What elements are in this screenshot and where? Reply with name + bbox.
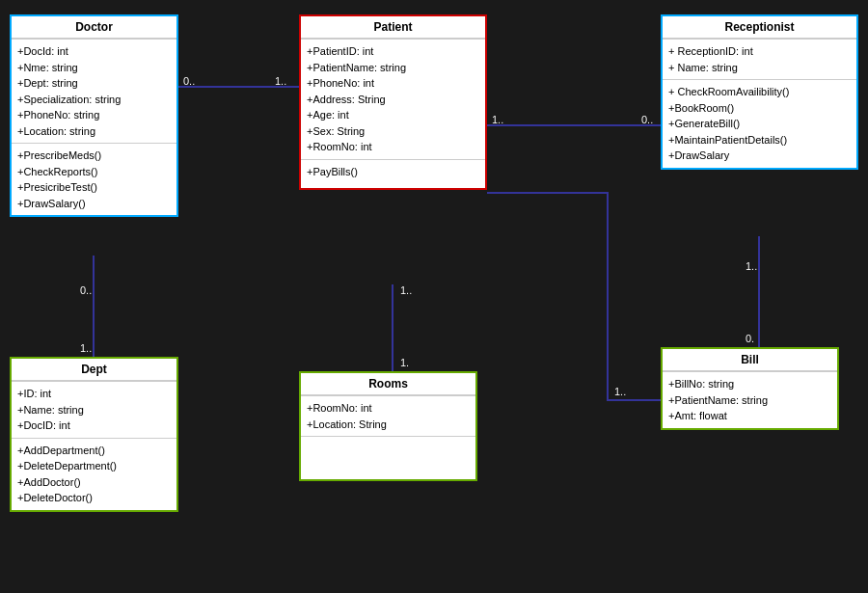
dept-title: Dept — [12, 359, 176, 381]
patient-title: Patient — [301, 16, 485, 39]
receptionist-attributes: + ReceptionID: int + Name: string — [663, 39, 856, 79]
rooms-attr-2: +Location: String — [307, 417, 470, 433]
receptionist-method-3: +GenerateBill() — [668, 116, 851, 132]
patient-class: Patient +PatientID: int +PatientName: st… — [299, 14, 487, 190]
patient-attr-7: +RoomNo: int — [307, 139, 479, 155]
label-recep-bill-rec: 1.. — [746, 260, 757, 272]
label-recep-bill-bill: 0. — [746, 333, 754, 344]
patient-methods: +PayBills() — [301, 159, 485, 188]
label-pat-recep-pat: 1.. — [492, 114, 503, 125]
patient-attr-2: +PatientName: string — [307, 60, 479, 76]
label-doc-patient-pat: 1.. — [275, 75, 286, 87]
patient-attr-6: +Sex: String — [307, 123, 479, 140]
label-pat-bill: 1.. — [614, 386, 626, 397]
doctor-class: Doctor +DocId: int +Nme: string +Dept: s… — [10, 14, 178, 217]
doctor-methods: +PrescribeMeds() +CheckReports() +Presic… — [12, 143, 176, 215]
patient-attr-3: +PhoneNo: int — [307, 75, 479, 92]
receptionist-method-2: +BookRoom() — [668, 100, 851, 117]
label-doc-dept-doc: 0.. — [80, 284, 92, 296]
diagram-canvas: 0.. 1.. 1.. 0.. 0.. 1.. 1.. 1. 1.. 0. 1.… — [0, 0, 868, 593]
dept-method-1: +AddDepartment() — [17, 443, 171, 459]
receptionist-method-5: +DrawSalary — [668, 148, 851, 164]
receptionist-title: Receptionist — [663, 16, 856, 39]
patient-attr-5: +Age: int — [307, 107, 479, 123]
doctor-attr-6: +Location: string — [17, 123, 171, 140]
dept-method-2: +DeleteDepartment() — [17, 458, 171, 474]
dept-attr-3: +DocID: int — [17, 418, 171, 434]
rooms-methods — [301, 436, 475, 479]
dept-attr-1: +ID: int — [17, 386, 171, 402]
rooms-attributes: +RoomNo: int +Location: String — [301, 395, 475, 436]
patient-method-1: +PayBills() — [307, 164, 479, 180]
doctor-title: Doctor — [12, 16, 176, 39]
doctor-method-2: +CheckReports() — [17, 164, 171, 180]
rooms-title: Rooms — [301, 373, 475, 395]
doctor-attr-2: +Nme: string — [17, 60, 171, 76]
doctor-method-4: +DrawSalary() — [17, 196, 171, 212]
patient-attr-1: +PatientID: int — [307, 43, 479, 60]
bill-attr-2: +PatientName: string — [668, 392, 831, 409]
doctor-method-1: +PrescribeMeds() — [17, 148, 171, 164]
label-doc-dept-dept: 1.. — [80, 342, 92, 354]
bill-attr-1: +BillNo: string — [668, 376, 831, 392]
bill-attr-3: +Amt: flowat — [668, 408, 831, 424]
doctor-method-3: +PresicribeTest() — [17, 179, 171, 196]
doctor-attr-1: +DocId: int — [17, 43, 171, 60]
label-doc-patient-doc: 0.. — [183, 75, 195, 87]
dept-attributes: +ID: int +Name: string +DocID: int — [12, 381, 176, 438]
dept-class: Dept +ID: int +Name: string +DocID: int … — [10, 357, 178, 512]
receptionist-class: Receptionist + ReceptionID: int + Name: … — [661, 14, 858, 170]
dept-attr-2: +Name: string — [17, 402, 171, 418]
receptionist-methods: + CheckRoomAvailibility() +BookRoom() +G… — [663, 79, 856, 168]
doctor-attr-4: +Specialization: string — [17, 92, 171, 108]
receptionist-attr-1: + ReceptionID: int — [668, 43, 851, 60]
dept-method-4: +DeleteDoctor() — [17, 490, 171, 506]
doctor-attr-5: +PhoneNo: string — [17, 107, 171, 123]
receptionist-method-4: +MaintainPatientDetails() — [668, 132, 851, 148]
doctor-attr-3: +Dept: string — [17, 75, 171, 92]
bill-class: Bill +BillNo: string +PatientName: strin… — [661, 347, 839, 430]
dept-method-3: +AddDoctor() — [17, 474, 171, 491]
rooms-attr-1: +RoomNo: int — [307, 400, 470, 417]
bill-title: Bill — [663, 349, 837, 371]
doctor-attributes: +DocId: int +Nme: string +Dept: string +… — [12, 39, 176, 143]
label-pat-recep-rec: 0.. — [641, 114, 653, 125]
label-pat-rooms-pat: 1.. — [400, 284, 412, 296]
receptionist-method-1: + CheckRoomAvailibility() — [668, 84, 851, 100]
label-pat-rooms-room: 1. — [400, 357, 409, 368]
patient-attr-4: +Address: String — [307, 92, 479, 108]
rooms-class: Rooms +RoomNo: int +Location: String — [299, 371, 477, 481]
bill-attributes: +BillNo: string +PatientName: string +Am… — [663, 371, 837, 428]
patient-attributes: +PatientID: int +PatientName: string +Ph… — [301, 39, 485, 159]
dept-methods: +AddDepartment() +DeleteDepartment() +Ad… — [12, 438, 176, 510]
receptionist-attr-2: + Name: string — [668, 60, 851, 76]
